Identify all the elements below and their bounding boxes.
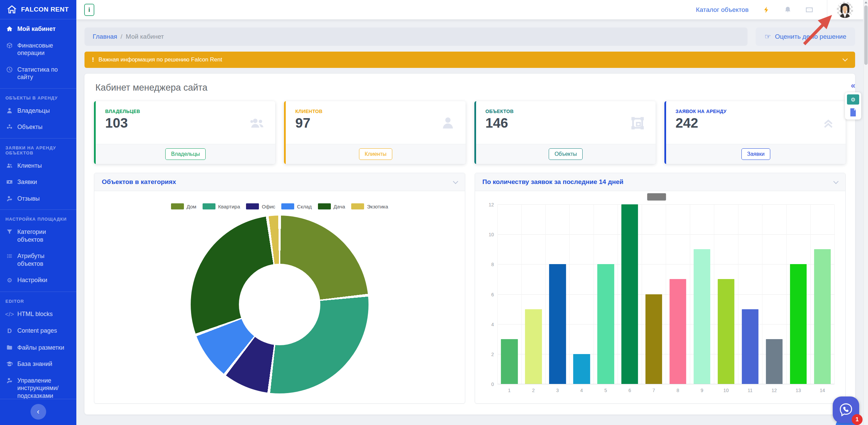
bar-day-7[interactable] xyxy=(645,294,662,384)
y-axis-label-8: 8 xyxy=(491,262,494,267)
sidebar-item-object-attributes[interactable]: Атрибуты объектов xyxy=(0,248,76,272)
catalog-link[interactable]: Каталог объектов xyxy=(696,6,749,14)
requests-chart-chevron-icon[interactable] xyxy=(833,179,839,184)
bar-day-5[interactable] xyxy=(597,264,614,384)
requests-chart-title: По количеству заявок за последние 14 дне… xyxy=(483,178,624,186)
sidebar-item-site-stats[interactable]: Статистика по сайту xyxy=(0,61,76,86)
bar-day-14[interactable] xyxy=(814,249,831,384)
bar-day-10[interactable] xyxy=(718,279,735,384)
sidebar-item-object-categories[interactable]: Категории объектов xyxy=(0,224,76,248)
bar-day-9[interactable] xyxy=(694,249,711,384)
stat-body: ОБЪЕКТОВ 146 xyxy=(476,101,656,144)
sidebar-item-knowledge-base[interactable]: База знаний xyxy=(0,356,76,372)
x-axis-label-1: 1 xyxy=(508,388,511,393)
donut-chart[interactable] xyxy=(191,216,369,393)
bar-day-13[interactable] xyxy=(790,264,807,384)
sidebar-item-my-cabinet[interactable]: Мой кабинет xyxy=(0,21,76,37)
stat-button-owners[interactable]: Владельцы xyxy=(165,148,206,160)
sidebar-item-clients[interactable]: Клиенты xyxy=(0,158,76,174)
sidebar-item-markup-files[interactable]: Файлы разметки xyxy=(0,339,76,356)
envelope-icon[interactable] xyxy=(805,6,813,14)
legend-item-Экзотика[interactable]: Экзотика xyxy=(351,203,388,209)
chat-notification-badge[interactable]: 1 xyxy=(852,414,863,425)
alert-chevron-down-icon[interactable] xyxy=(843,56,848,62)
legend-label: Офис xyxy=(262,204,275,209)
legend-item-Офис[interactable]: Офис xyxy=(246,203,275,209)
logo[interactable]: FALCON RENT xyxy=(0,0,76,19)
bar-tooltip xyxy=(647,193,666,201)
sidebar-item-instructions-management[interactable]: Управление инструкциями/подсказками xyxy=(0,372,76,399)
sidebar-collapse-button[interactable]: ‹ xyxy=(31,404,46,420)
x-axis-label-4: 4 xyxy=(580,388,583,393)
users-group-icon xyxy=(249,115,265,131)
y-axis-label-10: 10 xyxy=(489,232,494,237)
sidebar-item-label: Настройки xyxy=(17,276,47,284)
bar-day-1[interactable] xyxy=(501,339,518,384)
sidebar-item-owners[interactable]: Владельцы xyxy=(0,103,76,119)
pages-icon: D xyxy=(5,327,14,335)
scrollbar-thumb[interactable] xyxy=(864,5,868,65)
legend-item-Дача[interactable]: Дача xyxy=(318,203,345,209)
requests-chart-card: По количеству заявок за последние 14 дне… xyxy=(475,173,846,404)
rate-demo-button[interactable]: ☞ Оценить демо решение xyxy=(756,27,855,46)
topbar-right: Каталог объектов xyxy=(696,0,863,19)
sidebar-item-html-blocks[interactable]: </>HTML blocks xyxy=(0,306,76,323)
stat-button-objects[interactable]: Объекты xyxy=(549,148,583,160)
graduation-icon xyxy=(5,361,14,367)
requests-chart-header: По количеству заявок за последние 14 дне… xyxy=(475,173,846,191)
breadcrumb-home-link[interactable]: Главная xyxy=(93,33,117,40)
categories-chart-chevron-icon[interactable] xyxy=(453,179,458,184)
bar-day-2[interactable] xyxy=(525,309,542,384)
sidebar-footer: ‹ xyxy=(0,399,76,425)
legend-item-Склад[interactable]: Склад xyxy=(281,203,312,209)
sidebar-item-content-pages[interactable]: DContent pages xyxy=(0,322,76,339)
sidebar-item-requests[interactable]: Заявки xyxy=(0,174,76,190)
important-info-banner[interactable]: ! Важная информация по решению Falcon Re… xyxy=(84,52,855,68)
stat-button-clients[interactable]: Клиенты xyxy=(359,148,392,160)
bell-icon[interactable] xyxy=(784,6,792,14)
x-axis-label-11: 11 xyxy=(748,388,753,393)
sidebar-item-label: Мой кабинет xyxy=(17,25,56,33)
finance-icon xyxy=(5,42,14,49)
owner-icon xyxy=(5,107,14,114)
stat-footer: Объекты xyxy=(476,144,656,164)
bar-day-3[interactable] xyxy=(549,264,566,384)
info-button[interactable]: i xyxy=(84,4,94,16)
legend-item-Квартира[interactable]: Квартира xyxy=(203,203,240,209)
vertical-scrollbar[interactable] xyxy=(863,0,868,425)
bar-day-11[interactable] xyxy=(742,309,759,384)
sidebar-item-objects[interactable]: Объекты xyxy=(0,119,76,135)
bar-day-6[interactable] xyxy=(621,204,638,384)
donut-wrap xyxy=(94,216,465,393)
stat-body: ЗАЯВОК НА АРЕНДУ 242 xyxy=(666,101,846,144)
legend-swatch xyxy=(171,203,184,209)
screen: FALCON RENT Мой кабинетФинансовые операц… xyxy=(0,0,868,425)
bar-day-4[interactable] xyxy=(573,354,590,384)
sidebar-menu: Мой кабинетФинансовые операцииСтатистика… xyxy=(0,19,76,399)
sidebar-item-settings[interactable]: ⚙Настройки xyxy=(0,272,76,289)
legend-swatch xyxy=(318,203,331,209)
stat-button-requests[interactable]: Заявки xyxy=(741,148,771,160)
bar-day-12[interactable] xyxy=(766,339,783,384)
requests-icon xyxy=(5,179,14,185)
lightning-icon[interactable] xyxy=(763,6,770,14)
sidebar-item-label: База знаний xyxy=(17,360,52,368)
legend-item-Дом[interactable]: Дом xyxy=(171,203,196,209)
legend-swatch xyxy=(203,203,215,209)
sidebar-item-finance-operations[interactable]: Финансовые операции xyxy=(0,37,76,61)
panel-collapse-icon[interactable]: « xyxy=(851,81,855,90)
x-axis-label-10: 10 xyxy=(723,388,729,393)
bar-day-8[interactable] xyxy=(669,279,686,384)
gears-tab-icon[interactable]: ⚙ xyxy=(847,94,859,105)
x-axis-label-8: 8 xyxy=(677,388,679,393)
gridline-x xyxy=(521,205,522,384)
categories-chart-title: Объектов в категориях xyxy=(102,178,176,186)
document-tab-icon[interactable] xyxy=(847,107,859,117)
sidebar-item-reviews[interactable]: Отзывы xyxy=(0,190,76,207)
user-avatar[interactable] xyxy=(837,2,853,18)
categories-chart-body: Дом Квартира Офис Склад Дача Экзотика xyxy=(94,191,465,403)
x-axis-label-13: 13 xyxy=(796,388,801,393)
gridline-x xyxy=(618,205,618,384)
gridline-x xyxy=(497,205,498,384)
scrollbar-up-arrow[interactable] xyxy=(865,1,867,3)
